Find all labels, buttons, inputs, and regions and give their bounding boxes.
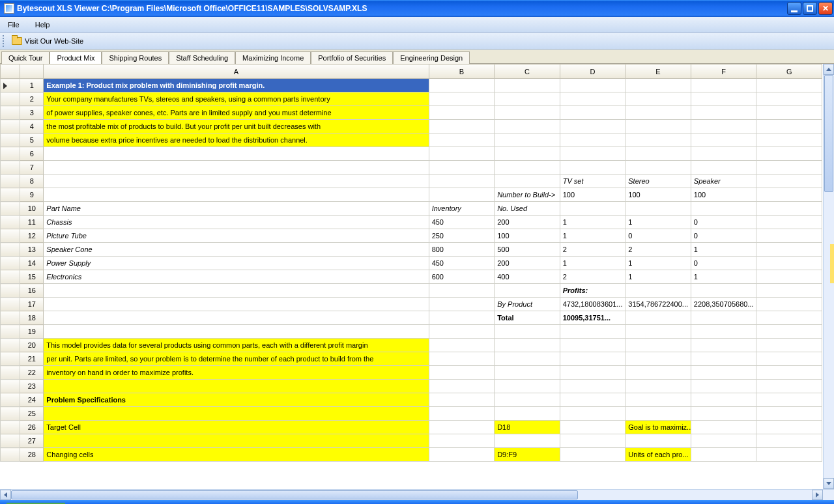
column-header-A[interactable]: A xyxy=(44,64,429,79)
cell-B16[interactable] xyxy=(429,284,495,298)
cell-A10[interactable]: Part Name xyxy=(44,202,429,216)
cell-B11[interactable]: 450 xyxy=(429,216,495,229)
visit-website-button[interactable]: Visit Our Web-Site xyxy=(8,36,87,46)
cell-B4[interactable] xyxy=(429,120,495,133)
cell-A6[interactable] xyxy=(44,147,429,161)
row-header-14[interactable]: 14 xyxy=(20,257,44,270)
cell-A27[interactable] xyxy=(44,434,429,448)
row-header-13[interactable]: 13 xyxy=(20,243,44,257)
row-header-3[interactable]: 3 xyxy=(20,106,44,120)
cell-E13[interactable]: 2 xyxy=(626,243,691,257)
cell-B6[interactable] xyxy=(429,147,495,161)
cell-C26[interactable]: D18 xyxy=(495,421,560,434)
cell-D27[interactable] xyxy=(560,434,626,448)
row-header-16[interactable]: 16 xyxy=(20,284,44,298)
cell-D1[interactable] xyxy=(560,79,626,92)
cell-A1[interactable]: Example 1: Product mix problem with dimi… xyxy=(44,79,429,92)
cell-C25[interactable] xyxy=(495,407,560,421)
cell-B28[interactable] xyxy=(429,448,495,462)
cell-C4[interactable] xyxy=(495,120,560,133)
cell-C19[interactable] xyxy=(495,325,560,339)
sheet-tab-staff-scheduling[interactable]: Staff Scheduling xyxy=(169,51,235,64)
cell-F19[interactable] xyxy=(691,325,756,339)
cell-D3[interactable] xyxy=(560,106,626,120)
cell-F16[interactable] xyxy=(691,284,756,298)
cell-E5[interactable] xyxy=(626,133,691,147)
cell-C7[interactable] xyxy=(495,161,560,175)
row-header-21[interactable]: 21 xyxy=(20,352,44,366)
cell-E2[interactable] xyxy=(626,92,691,106)
column-header-D[interactable]: D xyxy=(560,64,626,79)
cell-D28[interactable] xyxy=(560,448,626,462)
cell-G16[interactable] xyxy=(756,284,822,298)
cell-D6[interactable] xyxy=(560,147,626,161)
cell-A5[interactable]: volume because extra price incentives ar… xyxy=(44,133,429,147)
cell-F12[interactable]: 0 xyxy=(691,229,756,243)
close-button[interactable]: ✕ xyxy=(818,2,833,15)
cell-F17[interactable]: 2208,350705680... xyxy=(691,298,756,311)
cell-C15[interactable]: 400 xyxy=(495,270,560,284)
horizontal-scrollbar[interactable] xyxy=(0,489,834,500)
row-header-2[interactable]: 2 xyxy=(20,92,44,106)
cell-F8[interactable]: Speaker xyxy=(691,175,756,188)
cell-B8[interactable] xyxy=(429,175,495,188)
cell-F21[interactable] xyxy=(691,352,756,366)
cell-A3[interactable]: of power supplies, speaker cones, etc. P… xyxy=(44,106,429,120)
row-header-28[interactable]: 28 xyxy=(20,448,44,462)
cell-D5[interactable] xyxy=(560,133,626,147)
cell-D18[interactable]: 10095,31751... xyxy=(560,311,626,325)
cell-G12[interactable] xyxy=(756,229,822,243)
cell-A19[interactable] xyxy=(44,325,429,339)
row-header-5[interactable]: 5 xyxy=(20,133,44,147)
row-header-12[interactable]: 12 xyxy=(20,229,44,243)
cell-D21[interactable] xyxy=(560,352,626,366)
row-header-26[interactable]: 26 xyxy=(20,421,44,434)
cell-B26[interactable] xyxy=(429,421,495,434)
cell-A28[interactable]: Changing cells xyxy=(44,448,429,462)
vertical-scroll-thumb[interactable] xyxy=(824,75,833,192)
cell-A23[interactable] xyxy=(44,380,429,393)
cell-G19[interactable] xyxy=(756,325,822,339)
cell-D26[interactable] xyxy=(560,421,626,434)
cell-F7[interactable] xyxy=(691,161,756,175)
cell-E15[interactable]: 1 xyxy=(626,270,691,284)
cell-B13[interactable]: 800 xyxy=(429,243,495,257)
cell-A4[interactable]: the most profitable mix of products to b… xyxy=(44,120,429,133)
cell-B1[interactable] xyxy=(429,79,495,92)
cell-A12[interactable]: Picture Tube xyxy=(44,229,429,243)
row-header-17[interactable]: 17 xyxy=(20,298,44,311)
column-header-F[interactable]: F xyxy=(691,64,756,79)
row-header-1[interactable]: 1 xyxy=(20,79,44,92)
cell-B7[interactable] xyxy=(429,161,495,175)
cell-E26[interactable]: Goal is to maximiz... xyxy=(626,421,691,434)
cell-D20[interactable] xyxy=(560,339,626,352)
cell-F25[interactable] xyxy=(691,407,756,421)
cell-C11[interactable]: 200 xyxy=(495,216,560,229)
cell-C3[interactable] xyxy=(495,106,560,120)
cell-G4[interactable] xyxy=(756,120,822,133)
sheet-tab-maximizing-income[interactable]: Maximizing Income xyxy=(235,51,311,64)
cell-C9[interactable]: Number to Build-> xyxy=(495,188,560,202)
cell-D25[interactable] xyxy=(560,407,626,421)
row-header-18[interactable]: 18 xyxy=(20,311,44,325)
cell-D17[interactable]: 4732,180083601... xyxy=(560,298,626,311)
cell-E23[interactable] xyxy=(626,380,691,393)
cell-B12[interactable]: 250 xyxy=(429,229,495,243)
cell-C12[interactable]: 100 xyxy=(495,229,560,243)
cell-G25[interactable] xyxy=(756,407,822,421)
cell-A26[interactable]: Target Cell xyxy=(44,421,429,434)
cell-B14[interactable]: 450 xyxy=(429,257,495,270)
cell-D13[interactable]: 2 xyxy=(560,243,626,257)
cell-D9[interactable]: 100 xyxy=(560,188,626,202)
cell-G28[interactable] xyxy=(756,448,822,462)
cell-C18[interactable]: Total xyxy=(495,311,560,325)
sheet-tab-quick-tour[interactable]: Quick Tour xyxy=(1,51,50,64)
cell-C1[interactable] xyxy=(495,79,560,92)
cell-G1[interactable] xyxy=(756,79,822,92)
cell-C27[interactable] xyxy=(495,434,560,448)
row-header-7[interactable]: 7 xyxy=(20,161,44,175)
column-header-C[interactable]: C xyxy=(495,64,560,79)
cell-G13[interactable] xyxy=(756,243,822,257)
cell-B2[interactable] xyxy=(429,92,495,106)
scroll-up-button[interactable] xyxy=(824,64,834,75)
